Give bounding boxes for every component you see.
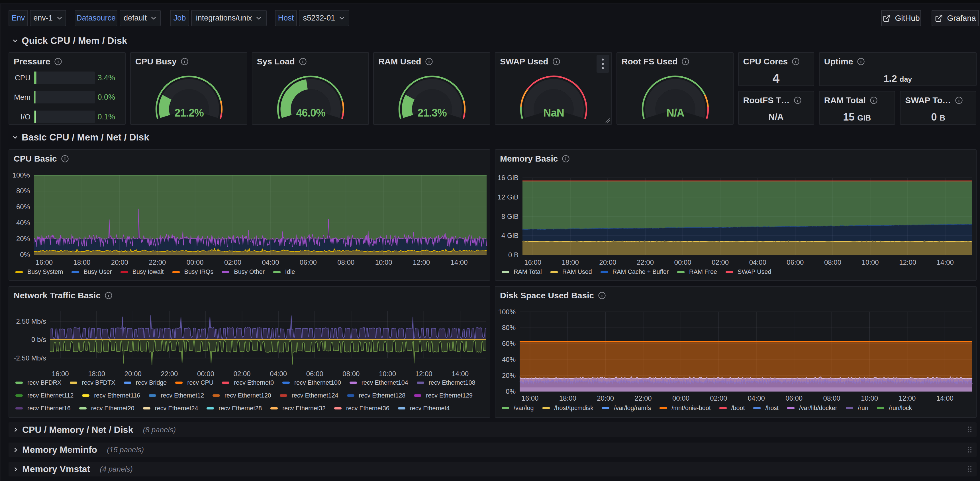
svg-text:100%: 100%	[13, 171, 30, 179]
svg-text:60%: 60%	[502, 340, 515, 347]
svg-text:12:00: 12:00	[899, 258, 916, 266]
svg-text:12:00: 12:00	[899, 394, 916, 402]
svg-text:06:00: 06:00	[306, 370, 323, 377]
svg-text:18:00: 18:00	[73, 258, 90, 266]
svg-text:00:00: 00:00	[672, 394, 689, 402]
svg-text:18:00: 18:00	[562, 258, 579, 266]
svg-text:00:00: 00:00	[674, 258, 691, 266]
svg-text:16:00: 16:00	[52, 370, 69, 377]
svg-text:4 GiB: 4 GiB	[501, 232, 519, 239]
svg-text:22:00: 22:00	[161, 370, 178, 377]
svg-text:14:00: 14:00	[936, 394, 953, 402]
svg-text:80%: 80%	[502, 324, 515, 331]
svg-text:12:00: 12:00	[415, 370, 433, 377]
svg-text:02:00: 02:00	[224, 258, 241, 266]
svg-text:22:00: 22:00	[635, 394, 652, 402]
svg-text:16:00: 16:00	[521, 394, 538, 402]
svg-text:60%: 60%	[16, 203, 30, 210]
svg-text:CPU: CPU	[15, 73, 30, 82]
svg-text:14:00: 14:00	[450, 258, 468, 266]
svg-text:04:00: 04:00	[270, 370, 287, 377]
svg-text:NaN: NaN	[543, 107, 564, 119]
svg-text:10:00: 10:00	[379, 370, 396, 377]
svg-text:N/A: N/A	[667, 107, 684, 119]
svg-text:Mem: Mem	[14, 93, 30, 102]
svg-text:0 B: 0 B	[508, 251, 519, 259]
svg-text:08:00: 08:00	[342, 370, 360, 377]
svg-text:80%: 80%	[16, 187, 30, 194]
svg-text:20%: 20%	[502, 371, 515, 379]
svg-text:12 GiB: 12 GiB	[498, 193, 519, 201]
svg-text:20:00: 20:00	[599, 258, 616, 266]
svg-text:06:00: 06:00	[786, 394, 802, 402]
svg-text:46.0%: 46.0%	[296, 107, 325, 119]
svg-text:20:00: 20:00	[124, 370, 142, 377]
svg-text:40%: 40%	[502, 356, 515, 363]
svg-text:00:00: 00:00	[186, 258, 204, 266]
svg-text:-2.50 Mb/s: -2.50 Mb/s	[14, 354, 46, 362]
svg-text:8 GiB: 8 GiB	[501, 213, 519, 220]
svg-text:00:00: 00:00	[197, 370, 214, 377]
svg-text:08:00: 08:00	[823, 394, 840, 402]
svg-text:0 b/s: 0 b/s	[31, 336, 46, 343]
svg-text:22:00: 22:00	[149, 258, 166, 266]
svg-text:14:00: 14:00	[452, 370, 469, 377]
svg-text:16:00: 16:00	[36, 258, 53, 266]
svg-text:06:00: 06:00	[300, 258, 317, 266]
svg-text:20%: 20%	[16, 235, 30, 242]
svg-text:0%: 0%	[506, 387, 515, 395]
svg-text:I/O: I/O	[21, 113, 30, 121]
svg-text:04:00: 04:00	[262, 258, 279, 266]
svg-text:14:00: 14:00	[937, 258, 954, 266]
svg-text:100%: 100%	[498, 308, 515, 315]
svg-text:08:00: 08:00	[824, 258, 841, 266]
svg-text:0.1%: 0.1%	[97, 113, 115, 121]
svg-text:21.3%: 21.3%	[417, 107, 447, 119]
svg-text:08:00: 08:00	[337, 258, 355, 266]
svg-text:18:00: 18:00	[559, 394, 576, 402]
svg-text:02:00: 02:00	[712, 258, 729, 266]
svg-text:40%: 40%	[16, 219, 30, 226]
svg-text:10:00: 10:00	[862, 258, 879, 266]
svg-text:3.4%: 3.4%	[97, 73, 115, 82]
svg-text:0.0%: 0.0%	[97, 93, 115, 102]
svg-text:04:00: 04:00	[749, 258, 766, 266]
svg-text:10:00: 10:00	[375, 258, 392, 266]
svg-text:02:00: 02:00	[234, 370, 251, 377]
svg-text:20:00: 20:00	[597, 394, 614, 402]
svg-text:04:00: 04:00	[748, 394, 765, 402]
svg-text:10:00: 10:00	[861, 394, 878, 402]
svg-text:16:00: 16:00	[524, 258, 541, 266]
svg-text:2.50 Mb/s: 2.50 Mb/s	[16, 317, 46, 325]
svg-text:21.2%: 21.2%	[174, 107, 204, 119]
svg-text:02:00: 02:00	[710, 394, 727, 402]
svg-text:20:00: 20:00	[111, 258, 128, 266]
svg-text:18:00: 18:00	[88, 370, 105, 377]
svg-text:22:00: 22:00	[637, 258, 654, 266]
svg-text:0%: 0%	[20, 251, 30, 258]
svg-text:16 GiB: 16 GiB	[498, 174, 519, 182]
svg-text:06:00: 06:00	[787, 258, 803, 266]
svg-text:12:00: 12:00	[413, 258, 430, 266]
